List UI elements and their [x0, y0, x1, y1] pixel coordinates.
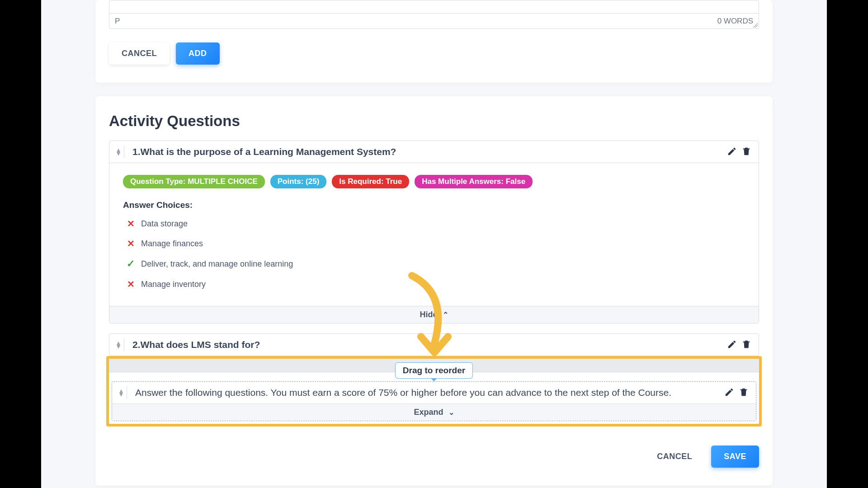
hide-label: Hide [420, 310, 437, 319]
choice-text: Deliver, track, and manage online learni… [141, 259, 293, 269]
question-block-2: ▴▾ 2.What does LMS stand for? [109, 333, 759, 356]
question-detail: Question Type: MULTIPLE CHOICE Points: (… [109, 163, 759, 306]
question-block-1: ▴▾ 1.What is the purpose of a Learning M… [109, 141, 759, 324]
delete-icon[interactable] [739, 387, 750, 398]
chevron-up-icon: ⌃ [443, 310, 448, 319]
question-text: 1.What is the purpose of a Learning Mana… [132, 146, 723, 157]
editor-textarea[interactable] [109, 0, 759, 14]
delete-icon[interactable] [741, 146, 752, 157]
answer-choice: ✕ Manage finances [123, 238, 745, 249]
badges-row: Question Type: MULTIPLE CHOICE Points: (… [123, 175, 745, 188]
edit-icon[interactable] [727, 146, 738, 157]
editor-wordcount: 0 WORDS [717, 17, 753, 26]
answer-choice: ✕ Data storage [123, 218, 745, 229]
question-number: 1. [132, 146, 141, 157]
question-header: ▴▾ 1.What is the purpose of a Learning M… [109, 141, 759, 163]
cancel-button[interactable]: CANCEL [109, 42, 170, 65]
editor-path: P [115, 17, 120, 26]
question-number: 2. [132, 339, 141, 350]
add-button[interactable]: ADD [176, 42, 220, 65]
choice-text: Data storage [141, 219, 188, 229]
question-title: What is the purpose of a Learning Manage… [141, 146, 396, 157]
delete-icon[interactable] [741, 339, 752, 350]
section-title: Activity Questions [109, 113, 759, 130]
expand-toggle[interactable]: Expand ⌄ [112, 404, 756, 421]
choice-text: Manage finances [141, 239, 203, 249]
chevron-down-icon: ⌄ [448, 408, 454, 417]
save-button[interactable]: SAVE [711, 446, 759, 468]
question-text: Answer the following questions. You must… [135, 387, 721, 398]
incorrect-icon: ✕ [127, 279, 135, 290]
answer-choice: ✓ Deliver, track, and manage online lear… [123, 258, 745, 270]
badge-multi-answers: Has Multiple Answers: False [415, 175, 533, 188]
editor-statusbar: P 0 WORDS [109, 14, 759, 29]
activity-questions-card: Activity Questions ▴▾ 1.What is the purp… [95, 96, 773, 486]
highlighted-drop-region: Drag to reorder ▴▾ Answer the following … [106, 356, 762, 427]
reorder-tooltip: Drag to reorder [395, 362, 473, 379]
answer-choices-label: Answer Choices: [123, 200, 745, 210]
incorrect-icon: ✕ [127, 218, 135, 229]
question-title: What does LMS stand for? [141, 339, 260, 350]
badge-required: Is Required: True [332, 175, 409, 188]
drag-handle-icon[interactable]: ▴▾ [116, 145, 124, 158]
correct-icon: ✓ [127, 258, 135, 270]
drag-handle-icon[interactable]: ▴▾ [118, 386, 127, 399]
hide-toggle[interactable]: Hide ⌃ [109, 306, 759, 323]
cancel-button[interactable]: CANCEL [644, 446, 705, 468]
footer-buttons: CANCEL SAVE [109, 436, 759, 486]
dragged-question-block[interactable]: ▴▾ Answer the following questions. You m… [112, 381, 756, 421]
incorrect-icon: ✕ [127, 238, 135, 249]
badge-question-type: Question Type: MULTIPLE CHOICE [123, 175, 265, 188]
edit-icon[interactable] [727, 339, 738, 350]
editor-card: P 0 WORDS CANCEL ADD [95, 0, 773, 83]
reorder-drop-zone[interactable]: Drag to reorder [109, 359, 759, 372]
choice-text: Manage inventory [141, 280, 206, 289]
drag-handle-icon[interactable]: ▴▾ [116, 338, 124, 351]
edit-icon[interactable] [724, 387, 735, 398]
question-header: ▴▾ 2.What does LMS stand for? [109, 334, 759, 356]
expand-label: Expand [414, 408, 443, 417]
answer-choice: ✕ Manage inventory [123, 279, 745, 290]
badge-points: Points: (25) [270, 175, 327, 188]
resize-handle-icon[interactable] [753, 23, 758, 28]
question-header: ▴▾ Answer the following questions. You m… [112, 382, 756, 404]
question-text: 2.What does LMS stand for? [132, 339, 723, 350]
